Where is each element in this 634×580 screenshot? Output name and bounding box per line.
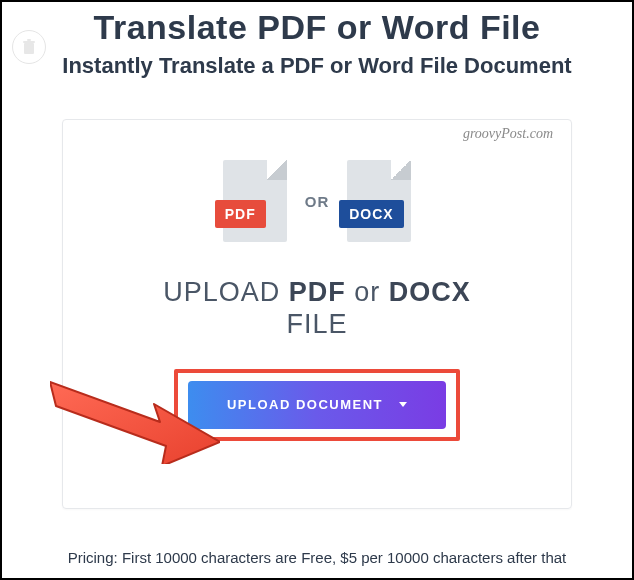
svg-rect-1 [23,41,35,43]
upload-card: groovyPost.com PDF OR DOCX UPLOAD PDF or… [62,119,572,509]
pricing-text: Pricing: First 10000 characters are Free… [2,549,632,566]
docx-label: DOCX [339,200,403,228]
watermark: groovyPost.com [463,126,553,142]
pdf-file-icon: PDF [223,160,287,242]
svg-rect-0 [24,43,34,54]
upload-document-button[interactable]: UPLOAD DOCUMENT [188,381,446,429]
docx-file-icon: DOCX [347,160,411,242]
upload-button-label: UPLOAD DOCUMENT [227,397,383,412]
upload-title: UPLOAD PDF or DOCX FILE [163,276,471,341]
svg-rect-2 [27,39,31,41]
upload-button-highlight: UPLOAD DOCUMENT [174,369,460,441]
page-subtitle: Instantly Translate a PDF or Word File D… [2,53,632,79]
page-heading: Translate PDF or Word File Instantly Tra… [2,8,632,79]
file-type-separator: OR [305,193,330,210]
trash-icon [22,39,36,55]
chevron-down-icon [399,402,407,407]
close-button[interactable] [12,30,46,64]
pdf-label: PDF [215,200,266,228]
file-type-row: PDF OR DOCX [223,160,412,242]
page-title: Translate PDF or Word File [2,8,632,47]
